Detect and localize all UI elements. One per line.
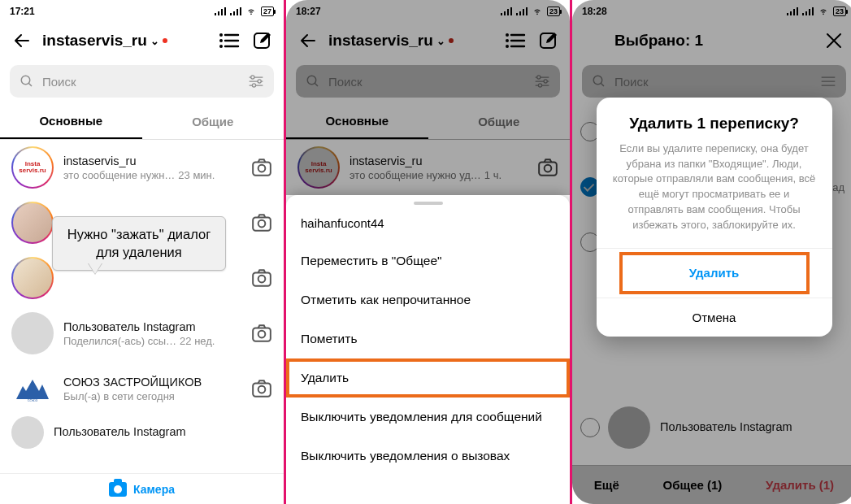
svg-point-11 bbox=[258, 220, 266, 228]
camera-label: Камера bbox=[133, 483, 175, 496]
camera-icon[interactable] bbox=[251, 158, 272, 177]
dialog-delete-button[interactable]: Удалить bbox=[621, 254, 808, 293]
inbox-tabs: Основные Общие bbox=[0, 104, 284, 140]
camera-icon[interactable] bbox=[251, 379, 272, 398]
avatar bbox=[11, 312, 54, 354]
arrow-left-icon bbox=[12, 31, 32, 50]
chat-name: СОЮЗ ЗАСТРОЙЩИКОВ bbox=[63, 376, 241, 389]
tab-primary[interactable]: Основные bbox=[0, 104, 142, 139]
battery-icon: 27 bbox=[261, 7, 274, 16]
svg-point-4 bbox=[21, 76, 30, 85]
svg-point-0 bbox=[219, 33, 223, 37]
camera-footer-button[interactable]: Камера bbox=[0, 473, 284, 504]
chat-name: Пользователь Instagram bbox=[54, 425, 272, 438]
wifi-icon bbox=[245, 7, 257, 15]
instruction-callout: Нужно "зажать" диалог для удаления bbox=[52, 216, 226, 271]
sheet-option-delete[interactable]: Удалить bbox=[286, 358, 570, 398]
signal-icon-2 bbox=[230, 7, 241, 15]
status-time: 17:21 bbox=[10, 6, 35, 17]
camera-icon[interactable] bbox=[251, 213, 272, 232]
search-field[interactable]: Поиск bbox=[10, 65, 274, 98]
search-placeholder: Поиск bbox=[42, 75, 240, 89]
compose-icon bbox=[252, 31, 271, 50]
account-name: instaservis_ru bbox=[42, 32, 147, 50]
svg-point-5 bbox=[251, 76, 254, 79]
avatar: СОЮЗ bbox=[11, 367, 54, 410]
svg-point-15 bbox=[258, 331, 266, 338]
svg-point-9 bbox=[258, 165, 266, 172]
sheet-option-mute-call[interactable]: Выключить уведомления о вызовах bbox=[286, 437, 570, 476]
svg-point-13 bbox=[258, 276, 266, 283]
confirm-dialog: Удалить 1 переписку? Если вы удалите пер… bbox=[597, 98, 832, 337]
chat-row[interactable]: СОЮЗ СОЮЗ ЗАСТРОЙЩИКОВ Был(-а) в сети се… bbox=[0, 361, 284, 416]
dialog-cancel-button[interactable]: Отмена bbox=[597, 298, 832, 337]
avatar bbox=[11, 202, 54, 244]
screen-1-dm-inbox: 17:21 27 instaservis_ru ⌄ Поиск Основные… bbox=[0, 0, 284, 504]
sheet-option-flag[interactable]: Пометить bbox=[286, 319, 570, 358]
video-chat-button[interactable] bbox=[217, 28, 241, 53]
chat-row[interactable]: Instaservis.ru instaservis_ru это сообще… bbox=[0, 140, 284, 195]
chat-preview: Поделился(-ась) ссы…22 нед. bbox=[63, 335, 241, 347]
screen-2-action-sheet: 18:27 23 instaservis_ru⌄ Поиск ОсновныеО… bbox=[286, 0, 570, 504]
filter-icon[interactable] bbox=[248, 74, 264, 89]
avatar bbox=[11, 257, 54, 299]
chat-name: instaservis_ru bbox=[63, 154, 241, 167]
svg-point-1 bbox=[219, 39, 223, 42]
search-icon bbox=[20, 74, 34, 89]
sheet-option-move[interactable]: Переместить в "Общее" bbox=[286, 241, 570, 280]
chat-preview: Был(-а) в сети сегодня bbox=[63, 390, 241, 402]
avatar: Instaservis.ru bbox=[11, 146, 54, 189]
svg-point-18 bbox=[258, 386, 266, 393]
camera-icon[interactable] bbox=[251, 268, 272, 288]
list-icon bbox=[219, 32, 240, 50]
new-message-button[interactable] bbox=[250, 28, 274, 53]
chat-preview: это сообщение нужн…23 мин. bbox=[63, 169, 241, 181]
chat-row[interactable]: Пользователь Instagram Поделился(-ась) с… bbox=[0, 306, 284, 361]
header: instaservis_ru ⌄ bbox=[0, 20, 284, 62]
camera-filled-icon bbox=[109, 482, 127, 497]
svg-text:СОЮЗ: СОЮЗ bbox=[28, 398, 38, 402]
chat-row[interactable]: Пользователь Instagram bbox=[0, 416, 284, 449]
status-bar: 17:21 27 bbox=[0, 0, 284, 20]
dialog-body: Если вы удалите переписку, она будет убр… bbox=[597, 141, 832, 248]
signal-icon bbox=[215, 7, 226, 15]
sheet-username: haihanfucont44 bbox=[286, 210, 570, 241]
avatar bbox=[11, 416, 44, 449]
chevron-down-icon: ⌄ bbox=[150, 35, 159, 47]
drag-handle-icon[interactable] bbox=[414, 202, 443, 205]
sheet-option-unread[interactable]: Отметить как непрочитанное bbox=[286, 280, 570, 319]
svg-point-6 bbox=[258, 80, 261, 83]
back-button[interactable] bbox=[10, 28, 34, 53]
svg-point-7 bbox=[252, 84, 255, 87]
dialog-title: Удалить 1 переписку? bbox=[597, 98, 832, 141]
sheet-option-mute-msg[interactable]: Выключить уведомления для сообщений bbox=[286, 398, 570, 437]
camera-icon[interactable] bbox=[251, 324, 272, 343]
svg-point-2 bbox=[219, 45, 223, 48]
notification-dot-icon bbox=[163, 38, 167, 43]
chat-name: Пользователь Instagram bbox=[63, 320, 241, 333]
tab-general[interactable]: Общие bbox=[142, 104, 284, 139]
account-switcher[interactable]: instaservis_ru ⌄ bbox=[42, 32, 209, 50]
screen-3-confirm-delete: 18:28 23 Выбрано: 1 Поиск ад Пользовател… bbox=[572, 0, 851, 504]
action-sheet: haihanfucont44 Переместить в "Общее" Отм… bbox=[286, 195, 570, 504]
